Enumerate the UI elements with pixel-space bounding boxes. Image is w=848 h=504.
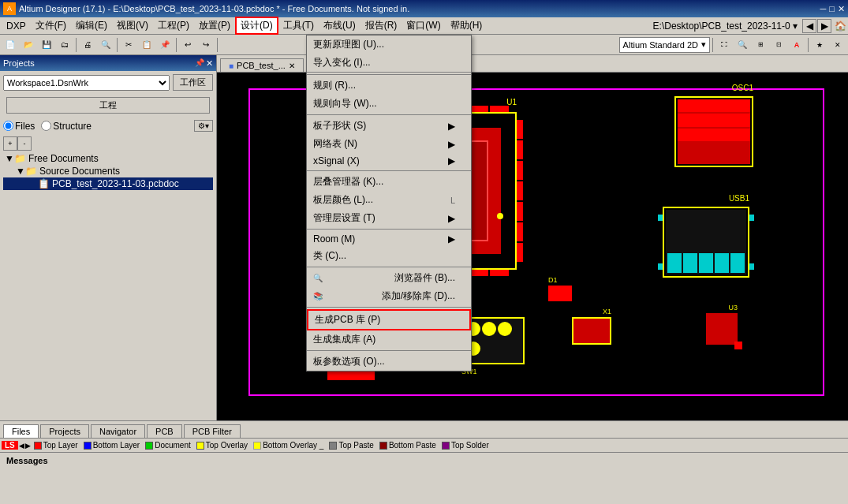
minimize-btn[interactable]: ─ — [820, 4, 827, 13]
ls-indicator: LS — [2, 441, 18, 450]
layer-bottomlayer[interactable]: Bottom Layer — [81, 441, 142, 450]
save-btn[interactable]: 💾 — [38, 36, 55, 54]
panel-pin-btn[interactable]: 📌 — [195, 58, 204, 69]
zoom-in[interactable]: 🔍 — [734, 36, 751, 54]
home-icon[interactable]: 🏠 — [835, 21, 846, 32]
layer-toplayer[interactable]: Top Layer — [32, 441, 80, 450]
open-btn[interactable]: 📂 — [20, 36, 37, 54]
room-item[interactable]: Room (M) ▶ — [307, 231, 471, 247]
workspace-dropdown[interactable]: Workspace1.DsnWrk — [3, 75, 170, 91]
nav-forward[interactable]: ▶ — [817, 19, 831, 33]
tab-files[interactable]: Files — [3, 424, 39, 438]
workspace-btn[interactable]: 工作区 — [173, 74, 213, 91]
zoom-area[interactable]: ⊞ — [752, 36, 769, 54]
board-options-item[interactable]: 板参数选项 (O)... — [307, 353, 471, 371]
layer-color-item[interactable]: 板层颜色 (L)... L — [307, 191, 471, 209]
design-dropdown-menu: 更新原理图 (U)... 导入变化 (I)... 规则 (R)... 规则向导 … — [306, 35, 472, 371]
menu-help[interactable]: 帮助(H) — [446, 17, 488, 34]
layer-toppaste[interactable]: Top Paste — [327, 441, 375, 450]
tab-projects[interactable]: Projects — [40, 424, 89, 438]
new-btn[interactable]: 📄 — [2, 36, 19, 54]
layer-next[interactable]: ▶ — [25, 442, 31, 450]
nav-back[interactable]: ◀ — [802, 19, 816, 33]
zoom-fit[interactable]: ⛶ — [715, 36, 733, 54]
update-schematic-item[interactable]: 更新原理图 (U)... — [307, 35, 471, 54]
topoverlay-label: Top Overlay — [206, 441, 248, 450]
pcb-file-item[interactable]: 📋 PCB_test_2023-11-03.pcbdoc — [3, 177, 213, 190]
view-selector[interactable]: Altium Standard 2D ▾ — [619, 37, 710, 53]
copy-btn[interactable]: 📋 — [138, 36, 155, 54]
source-docs-folder[interactable]: ▼ 📁 Source Documents — [3, 165, 213, 177]
pcb-tab-close[interactable]: ✕ — [289, 62, 295, 70]
netlist-item[interactable]: 网络表 (N) ▶ — [307, 135, 471, 153]
panel-close-btn[interactable]: ✕ — [206, 58, 213, 69]
tree-root[interactable]: ▼ 📁 Free Documents — [3, 152, 213, 165]
menu-file[interactable]: 文件(F) — [31, 17, 71, 34]
maximize-btn[interactable]: □ — [829, 4, 835, 13]
import-changes-item[interactable]: 导入变化 (I)... — [307, 54, 471, 72]
tab-pcb[interactable]: PCB — [147, 424, 182, 438]
layer-manager-item[interactable]: 层叠管理器 (K)... — [307, 173, 471, 191]
sep-c — [307, 170, 471, 171]
project-btn[interactable]: 工程 — [6, 97, 210, 114]
tab-navigator[interactable]: Navigator — [91, 424, 145, 438]
expand-btn[interactable]: + — [3, 136, 17, 151]
files-radio[interactable] — [3, 121, 13, 131]
layer-topsolder[interactable]: Top Solder — [439, 441, 491, 450]
add-remove-lib-item[interactable]: 📚 添加/移除库 (D)... — [307, 287, 471, 305]
netlist-arrow: ▶ — [448, 139, 455, 150]
close-btn[interactable]: ✕ — [838, 4, 845, 14]
browse-components-label: 浏览器件 (B)... — [394, 271, 455, 285]
layer-document[interactable]: Document — [143, 441, 193, 450]
save-all-btn[interactable]: 🗂 — [56, 36, 73, 54]
menu-dxp[interactable]: DXP — [2, 19, 31, 33]
layer-prev[interactable]: ◀ — [19, 442, 24, 450]
print-preview-btn[interactable]: 🔍 — [97, 36, 114, 54]
layer-topoverlay[interactable]: Top Overlay — [194, 441, 250, 450]
sep2 — [117, 38, 118, 52]
usb1-component: USB1 — [663, 207, 749, 278]
structure-radio[interactable] — [41, 121, 51, 131]
menu-place[interactable]: 放置(P) — [194, 17, 235, 34]
highlight-btn[interactable]: ★ — [811, 36, 828, 54]
layer-bottompaste[interactable]: Bottom Paste — [377, 441, 439, 450]
menu-view[interactable]: 视图(V) — [112, 17, 153, 34]
bottomoverlay-color — [253, 442, 261, 450]
board-shape-item[interactable]: 板子形状 (S) ▶ — [307, 117, 471, 135]
paste-btn[interactable]: 📌 — [156, 36, 174, 54]
browse-components-item[interactable]: 🔍 浏览器件 (B)... — [307, 269, 471, 287]
xsignal-item[interactable]: xSignal (X) ▶ — [307, 153, 471, 169]
make-int-lib-item[interactable]: 生成集成库 (A) — [307, 330, 471, 349]
structure-radio-label[interactable]: Structure — [41, 121, 92, 132]
zoom-select[interactable]: ⊡ — [770, 36, 787, 54]
rule-wizard-item[interactable]: 规则向导 (W)... — [307, 95, 471, 113]
menu-edit[interactable]: 编辑(E) — [71, 17, 112, 34]
redo-btn[interactable]: ↪ — [197, 36, 215, 54]
make-pcb-lib-item[interactable]: 生成PCB 库 (P) — [307, 309, 471, 330]
undo-btn[interactable]: ↩ — [179, 36, 196, 54]
3d-btn[interactable]: A — [788, 36, 805, 54]
osc1-component: OSC1 — [674, 96, 753, 167]
view-dropdown-arrow[interactable]: ▾ — [701, 39, 706, 50]
menu-design[interactable]: 设计(D) — [235, 17, 278, 35]
cut-btn[interactable]: ✂ — [120, 36, 137, 54]
layer-bottomoverlay[interactable]: Bottom Overlay _ — [251, 441, 326, 450]
class-item[interactable]: 类 (C)... — [307, 247, 471, 265]
app-icon: A — [3, 2, 16, 15]
rules-item[interactable]: 规则 (R)... — [307, 77, 471, 95]
menu-project[interactable]: 工程(P) — [153, 17, 194, 34]
menu-route[interactable]: 布线(U) — [319, 17, 360, 34]
menu-path[interactable]: E:\Desktop\PCB_test_2023-11-0 ▾ — [648, 19, 802, 33]
menu-reports[interactable]: 报告(R) — [360, 17, 402, 34]
panel-options-btn[interactable]: ⚙▾ — [194, 120, 213, 132]
tab-pcb-filter[interactable]: PCB Filter — [184, 424, 241, 438]
lib-icon: 📚 — [313, 292, 323, 301]
manage-settings-item[interactable]: 管理层设置 (T) ▶ — [307, 209, 471, 227]
pcb-tab[interactable]: ■ PCB_test_... ✕ — [220, 58, 304, 72]
clear-btn[interactable]: ✕ — [829, 36, 846, 54]
print-btn[interactable]: 🖨 — [79, 36, 96, 54]
menu-window[interactable]: 窗口(W) — [402, 17, 445, 34]
files-radio-label[interactable]: Files — [3, 121, 35, 132]
collapse-btn[interactable]: - — [17, 136, 32, 151]
menu-tools[interactable]: 工具(T) — [278, 17, 319, 34]
